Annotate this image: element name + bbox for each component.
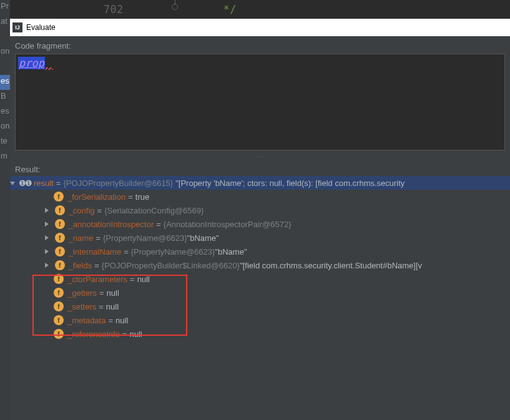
equals: = — [154, 220, 164, 229]
field-badge-icon: f — [55, 205, 65, 215]
editor-gutter-strip: Pr at on es B es on te m — [0, 0, 10, 420]
equals: = — [121, 247, 131, 256]
field-name: _forSerialization — [67, 192, 125, 202]
field-value: "bName" — [187, 233, 219, 243]
result-field-row[interactable]: f_config={SerializationConfig@6569} — [10, 203, 510, 217]
field-name: _setters — [67, 302, 96, 311]
field-badge-icon: f — [55, 219, 65, 229]
dialog-title: Evaluate — [26, 23, 56, 32]
field-type: {PropertyName@6623} — [103, 233, 187, 243]
field-type: {SerializationConfig@6569} — [104, 206, 204, 215]
stub: on — [0, 120, 10, 135]
equals: = — [120, 330, 130, 339]
expand-icon[interactable] — [45, 208, 49, 213]
result-label: Result: — [10, 160, 510, 176]
var-value: "[Property 'bName'; ctors: null, field(s… — [175, 178, 405, 188]
stub-selected: es — [0, 75, 10, 90]
field-name: _fields — [69, 261, 92, 270]
result-field-row[interactable]: f_setters=null — [10, 300, 510, 313]
field-name: _ctorParameters — [67, 275, 127, 284]
var-name: result — [34, 178, 54, 188]
field-badge-icon: f — [54, 192, 64, 202]
equals: = — [93, 233, 103, 243]
equals: = — [105, 316, 115, 325]
stub: m — [0, 150, 10, 165]
equals: = — [127, 275, 137, 284]
field-badge-icon: f — [54, 274, 64, 284]
equals: = — [97, 288, 107, 298]
field-value: null — [115, 316, 128, 325]
line-number: 702 — [104, 3, 124, 16]
equals: = — [96, 302, 106, 311]
stub: at — [0, 15, 10, 30]
intellij-icon: IJ — [12, 22, 22, 32]
field-type: {POJOPropertyBuilder$Linked@6620} — [102, 261, 240, 270]
field-badge-icon: f — [55, 233, 65, 243]
dialog-title-bar[interactable]: IJ Evaluate — [10, 19, 510, 36]
field-name: _referenceInfo — [67, 330, 120, 339]
result-tree[interactable]: ❶❶ result = {POJOPropertyBuilder@6615} "… — [10, 176, 510, 341]
field-badge-icon: f — [54, 301, 64, 311]
stub — [0, 60, 10, 75]
field-value: "[field com.crhms.security.client.Studen… — [240, 261, 422, 270]
watch-icon: ❶❶ — [19, 178, 31, 188]
equals: = — [92, 261, 102, 270]
field-value: null — [107, 288, 119, 298]
stub — [0, 30, 10, 45]
stub: te — [0, 135, 10, 150]
result-field-row[interactable]: f_getters=null — [10, 286, 510, 300]
field-badge-icon: f — [55, 247, 65, 256]
code-selection: prop — [18, 57, 45, 69]
field-name: _config — [69, 206, 95, 215]
field-badge-icon: f — [54, 288, 64, 298]
equals: = — [95, 206, 105, 215]
code-comment: */ — [223, 3, 237, 16]
result-field-row[interactable]: f_ctorParameters=null — [10, 272, 510, 286]
expand-icon[interactable] — [45, 235, 49, 240]
field-name: _annotationIntrospector — [69, 220, 154, 229]
expand-icon[interactable] — [45, 249, 49, 254]
splitter-grip[interactable]: …… — [10, 152, 510, 160]
code-fragment-label: Code fragment: — [10, 36, 510, 52]
field-type: {AnnotationIntrospectorPair@6572} — [164, 220, 292, 229]
evaluate-dialog: Code fragment: prop …… Result: ❶❶ result… — [10, 36, 510, 420]
expand-icon[interactable] — [45, 263, 49, 268]
result-field-row[interactable]: f_annotationIntrospector={AnnotationIntr… — [10, 217, 510, 231]
field-badge-icon: f — [54, 329, 64, 339]
result-field-row[interactable]: f_referenceInfo=null — [10, 327, 510, 341]
stub: on — [0, 45, 10, 60]
field-name: _metadata — [67, 316, 105, 325]
equals: = — [125, 192, 135, 202]
stub: B — [0, 90, 10, 105]
result-field-row[interactable]: f_name={PropertyName@6623} "bName" — [10, 231, 510, 245]
stub: es — [0, 105, 10, 120]
collapse-icon[interactable] — [10, 182, 15, 185]
expand-icon[interactable] — [45, 222, 49, 227]
result-field-row[interactable]: f_fields={POJOPropertyBuilder$Linked@662… — [10, 258, 510, 272]
field-value: null — [137, 275, 150, 284]
field-name: _internalName — [69, 247, 122, 256]
field-badge-icon: f — [55, 260, 65, 270]
error-squiggle-icon — [46, 67, 53, 70]
field-name: _name — [69, 233, 94, 243]
field-badge-icon: f — [54, 315, 64, 325]
editor-background: 702 */ — [10, 0, 510, 19]
equals: = — [54, 178, 64, 188]
stub: Pr — [0, 0, 10, 15]
result-field-row[interactable]: f_forSerialization=true — [10, 190, 510, 203]
field-value: null — [106, 302, 119, 311]
result-root-row[interactable]: ❶❶ result = {POJOPropertyBuilder@6615} "… — [10, 176, 510, 190]
field-value: null — [129, 330, 142, 339]
result-field-row[interactable]: f_internalName={PropertyName@6623} "bNam… — [10, 245, 510, 258]
code-fragment-input[interactable]: prop — [15, 54, 505, 150]
field-name: _getters — [67, 288, 97, 298]
var-type: {POJOPropertyBuilder@6615} — [63, 178, 173, 188]
field-type: {PropertyName@6623} — [131, 247, 215, 256]
result-field-row[interactable]: f_metadata=null — [10, 313, 510, 327]
field-value: "bName" — [215, 247, 247, 256]
field-value: true — [135, 192, 149, 202]
